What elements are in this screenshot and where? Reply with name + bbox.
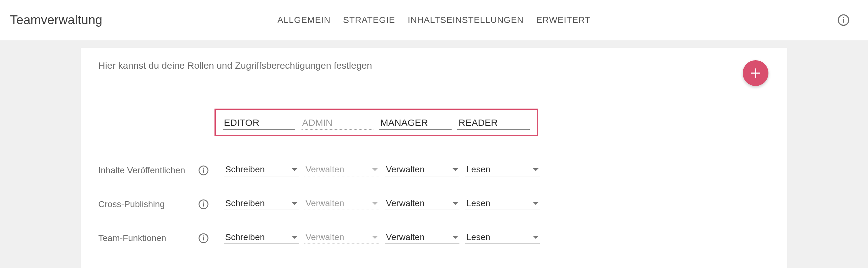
svg-point-2 xyxy=(843,16,844,18)
select-value: Lesen xyxy=(466,232,490,242)
permission-info-button[interactable] xyxy=(196,233,211,243)
select-value: Verwalten xyxy=(386,164,425,174)
chevron-down-icon xyxy=(453,236,458,239)
svg-point-13 xyxy=(203,235,204,236)
header-bar: Teamverwaltung ALLGEMEIN STRATEGIE INHAL… xyxy=(0,0,868,40)
perm-select-manager[interactable]: Verwalten xyxy=(385,164,459,176)
select-value: Verwalten xyxy=(306,198,344,208)
tab-inhaltseinstellungen[interactable]: INHALTSEINSTELLUNGEN xyxy=(408,15,524,25)
chevron-down-icon xyxy=(533,168,538,171)
perm-select-manager[interactable]: Verwalten xyxy=(385,232,459,244)
perm-select-editor[interactable]: Schreiben xyxy=(224,232,299,244)
perm-select-reader[interactable]: Lesen xyxy=(465,164,540,176)
chevron-down-icon xyxy=(533,202,538,205)
info-icon xyxy=(198,199,209,210)
chevron-down-icon xyxy=(372,168,378,171)
add-role-button[interactable] xyxy=(743,60,769,86)
roles-card: Hier kannst du deine Rollen und Zugriffs… xyxy=(81,48,787,268)
chevron-down-icon xyxy=(372,236,378,239)
info-icon xyxy=(198,165,209,176)
info-icon xyxy=(198,233,209,243)
perm-select-admin: Verwalten xyxy=(304,164,379,176)
select-value: Schreiben xyxy=(225,164,265,174)
role-field-admin: ADMIN xyxy=(301,118,373,130)
chevron-down-icon xyxy=(292,168,298,171)
select-value: Verwalten xyxy=(386,232,425,242)
permission-label: Team-Funktionen xyxy=(98,233,196,243)
select-value: Schreiben xyxy=(225,232,265,242)
permission-selects: Schreiben Verwalten Verwalten Lesen xyxy=(224,164,540,176)
tab-strategie[interactable]: STRATEGIE xyxy=(343,15,395,25)
svg-point-7 xyxy=(203,168,204,169)
perm-select-admin: Verwalten xyxy=(304,198,379,210)
select-value: Schreiben xyxy=(225,198,265,208)
svg-point-10 xyxy=(203,201,204,202)
perm-select-editor[interactable]: Schreiben xyxy=(224,198,299,210)
role-field-manager[interactable]: MANAGER xyxy=(379,118,452,130)
permission-row: Team-Funktionen Schreiben Verwalten xyxy=(98,232,770,244)
chevron-down-icon xyxy=(453,168,458,171)
perm-select-reader[interactable]: Lesen xyxy=(465,198,540,210)
permission-selects: Schreiben Verwalten Verwalten Lesen xyxy=(224,198,540,210)
tab-allgemein[interactable]: ALLGEMEIN xyxy=(277,15,330,25)
perm-select-reader[interactable]: Lesen xyxy=(465,232,540,244)
header-info-button[interactable] xyxy=(837,13,850,27)
main-area: Hier kannst du deine Rollen und Zugriffs… xyxy=(0,40,868,268)
permission-label: Cross-Publishing xyxy=(98,199,196,209)
permission-label: Inhalte Veröffentlichen xyxy=(98,165,196,175)
chevron-down-icon xyxy=(292,202,298,205)
header-tabs: ALLGEMEIN STRATEGIE INHALTSEINSTELLUNGEN… xyxy=(277,15,590,25)
chevron-down-icon xyxy=(453,202,458,205)
permission-row: Inhalte Veröffentlichen Schreiben Verwal… xyxy=(98,164,770,176)
permission-info-button[interactable] xyxy=(196,199,211,210)
page-title: Teamverwaltung xyxy=(10,13,102,27)
perm-select-editor[interactable]: Schreiben xyxy=(224,164,299,176)
card-description: Hier kannst du deine Rollen und Zugriffs… xyxy=(98,60,770,71)
permission-row: Cross-Publishing Schreiben Verwalten xyxy=(98,198,770,210)
permission-selects: Schreiben Verwalten Verwalten Lesen xyxy=(224,232,540,244)
plus-icon xyxy=(749,67,762,79)
tab-erweitert[interactable]: ERWEITERT xyxy=(536,15,591,25)
select-value: Lesen xyxy=(466,164,490,174)
chevron-down-icon xyxy=(372,202,378,205)
perm-select-manager[interactable]: Verwalten xyxy=(385,198,459,210)
role-field-reader[interactable]: READER xyxy=(457,118,530,130)
chevron-down-icon xyxy=(292,236,298,239)
permissions-grid: Inhalte Veröffentlichen Schreiben Verwal… xyxy=(98,164,770,244)
roles-header-box: EDITOR ADMIN MANAGER READER xyxy=(215,109,538,136)
select-value: Verwalten xyxy=(306,164,344,174)
select-value: Verwalten xyxy=(386,198,425,208)
chevron-down-icon xyxy=(533,236,538,239)
select-value: Lesen xyxy=(466,198,490,208)
permission-info-button[interactable] xyxy=(196,165,211,176)
select-value: Verwalten xyxy=(306,232,344,242)
perm-select-admin: Verwalten xyxy=(304,232,379,244)
info-icon xyxy=(837,14,850,26)
role-field-editor[interactable]: EDITOR xyxy=(223,118,295,130)
